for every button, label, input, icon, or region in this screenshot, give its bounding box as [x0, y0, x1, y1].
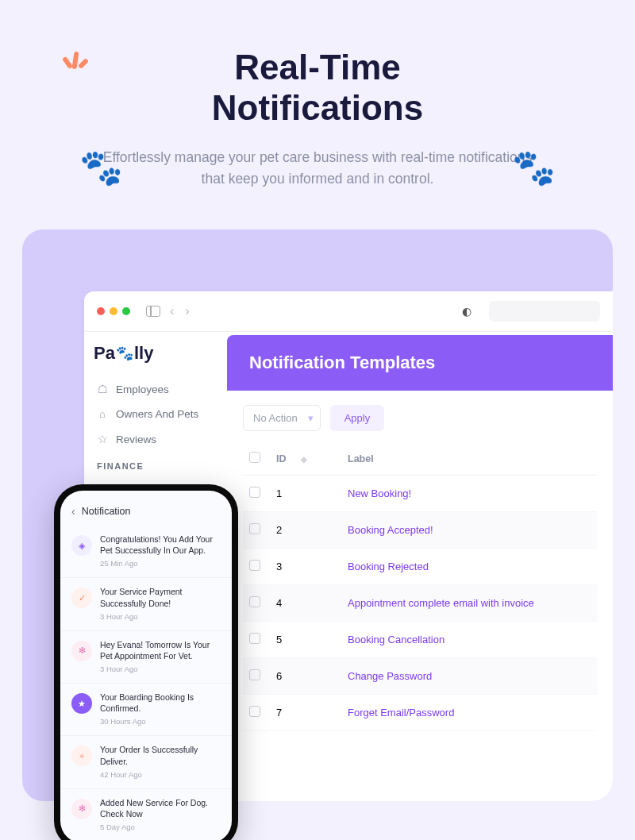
row-checkbox[interactable] [249, 523, 260, 534]
notification-item[interactable]: ◈Congratulations! You Add Your Pet Succe… [60, 526, 232, 578]
notification-item[interactable]: ★Your Boarding Booking Is Confirmed.30 H… [60, 684, 232, 736]
row-label[interactable]: Appointment complete email with invoice [341, 585, 597, 622]
sidebar-section-finance: FINANCE [94, 452, 217, 476]
sidebar-item-label: Owners And Pets [116, 408, 198, 420]
main-content: Notification Templates No Action Apply I… [227, 332, 613, 801]
window-controls[interactable] [97, 307, 130, 315]
notification-time: 5 Day Ago [100, 823, 221, 831]
hero-section: 🐾 🐾 Real-Time Notifications Effortlessly… [0, 0, 635, 214]
bulk-action-select[interactable]: No Action [243, 405, 321, 431]
plus-icon: ✻ [71, 799, 92, 819]
notification-text: Your Service Payment Successfully Done! [100, 586, 221, 608]
row-checkbox[interactable] [249, 633, 260, 644]
sidebar-item-label: Reviews [116, 433, 156, 445]
row-checkbox[interactable] [249, 706, 260, 717]
row-id: 2 [270, 512, 341, 549]
hero-title: Real-Time Notifications [32, 48, 603, 128]
row-id: 3 [270, 549, 341, 585]
table-row[interactable]: 4Appointment complete email with invoice [243, 585, 597, 622]
notification-item[interactable]: ✻Added New Service For Dog. Check Now5 D… [60, 789, 232, 840]
vet-icon: ✻ [71, 641, 92, 661]
notification-time: 3 Hour Ago [100, 612, 221, 621]
notification-item[interactable]: ⌖Your Order Is Successfully Deliver.42 H… [60, 736, 232, 788]
row-label[interactable]: New Booking! [341, 476, 597, 512]
notification-text: Congratulations! You Add Your Pet Succes… [100, 534, 221, 556]
page-title: Notification Templates [227, 335, 613, 391]
phone-title: Notification [82, 506, 131, 517]
notification-text: Your Order Is Successfully Deliver. [100, 744, 221, 766]
tag-icon: ⌖ [71, 746, 92, 766]
browser-titlebar: ‹ › ◐ [84, 291, 613, 332]
sidebar-item-owners[interactable]: ⌂ Owners And Pets [94, 402, 217, 426]
accent-decoration [64, 52, 87, 72]
row-id: 1 [270, 476, 341, 512]
close-dot[interactable] [97, 307, 105, 315]
owners-icon: ⌂ [97, 408, 108, 420]
col-id[interactable]: ID [276, 453, 287, 464]
employees-icon: ☖ [97, 383, 108, 395]
row-checkbox[interactable] [249, 669, 260, 680]
row-label[interactable]: Booking Cancellation [341, 622, 597, 658]
row-checkbox[interactable] [249, 596, 260, 607]
phone-mockup: ‹ Notification ◈Congratulations! You Add… [54, 484, 238, 840]
table-row[interactable]: 7Forget Email/Password [243, 695, 597, 731]
reviews-icon: ☆ [97, 433, 108, 445]
notification-item[interactable]: ✓Your Service Payment Successfully Done!… [60, 578, 232, 630]
phone-screen: ‹ Notification ◈Congratulations! You Add… [60, 491, 232, 840]
row-id: 7 [270, 695, 341, 731]
notification-time: 30 Hours Ago [100, 717, 221, 726]
table-row[interactable]: 5Booking Cancellation [243, 622, 597, 658]
paw-decoration-right: 🐾 [512, 147, 556, 188]
app-logo[interactable]: Pa🐾lly [94, 343, 217, 364]
hero-subtitle: Effortlessly manage your pet care busine… [95, 147, 540, 190]
sidebar-item-employees[interactable]: ☖ Employees [94, 376, 217, 402]
notification-item[interactable]: ✻Hey Evana! Tomorrow Is Your Pet Appoint… [60, 631, 232, 684]
table-row[interactable]: 3Booking Rejected [243, 549, 597, 585]
shield-icon: ◈ [71, 535, 92, 556]
table-row[interactable]: 2Booking Accepted! [243, 512, 597, 549]
row-label[interactable]: Booking Accepted! [341, 512, 597, 549]
nav-back-icon[interactable]: ‹ [170, 304, 174, 318]
sidebar-item-label: Employees [116, 383, 169, 395]
back-icon[interactable]: ‹ [71, 505, 75, 518]
sort-icon[interactable]: ◆ [301, 455, 307, 464]
maximize-dot[interactable] [122, 307, 130, 315]
row-id: 6 [270, 658, 341, 695]
phone-header: ‹ Notification [60, 491, 232, 526]
notification-text: Added New Service For Dog. Check Now [100, 797, 221, 819]
notification-time: 42 Hour Ago [100, 770, 221, 779]
apply-button[interactable]: Apply [330, 405, 385, 431]
notification-text: Hey Evana! Tomorrow Is Your Pet Appointm… [100, 639, 221, 661]
row-label[interactable]: Forget Email/Password [341, 695, 597, 731]
select-all-checkbox[interactable] [249, 452, 260, 463]
row-id: 5 [270, 622, 341, 658]
paw-decoration-left: 🐾 [79, 147, 123, 188]
row-checkbox[interactable] [249, 560, 260, 571]
row-checkbox[interactable] [249, 487, 260, 498]
nav-forward-icon[interactable]: › [185, 304, 189, 318]
address-bar[interactable] [489, 301, 600, 322]
table-panel: No Action Apply ID◆ Label 1New Booking!2… [227, 391, 613, 731]
table-row[interactable]: 1New Booking! [243, 476, 597, 512]
sidebar-item-reviews[interactable]: ☆ Reviews [94, 426, 217, 452]
notification-time: 3 Hour Ago [100, 665, 221, 673]
row-label[interactable]: Change Password [341, 658, 597, 695]
privacy-shield-icon[interactable]: ◐ [462, 305, 471, 318]
templates-table: ID◆ Label 1New Booking!2Booking Accepted… [243, 442, 597, 731]
sidebar-toggle-icon[interactable] [146, 306, 160, 317]
row-label[interactable]: Booking Rejected [341, 549, 597, 585]
col-label[interactable]: Label [341, 442, 597, 476]
notification-text: Your Boarding Booking Is Confirmed. [100, 692, 221, 714]
row-id: 4 [270, 585, 341, 622]
notification-time: 25 Min Ago [100, 559, 221, 568]
minimize-dot[interactable] [110, 307, 117, 315]
star-icon: ★ [71, 693, 92, 714]
check-icon: ✓ [71, 588, 92, 608]
table-row[interactable]: 6Change Password [243, 658, 597, 695]
